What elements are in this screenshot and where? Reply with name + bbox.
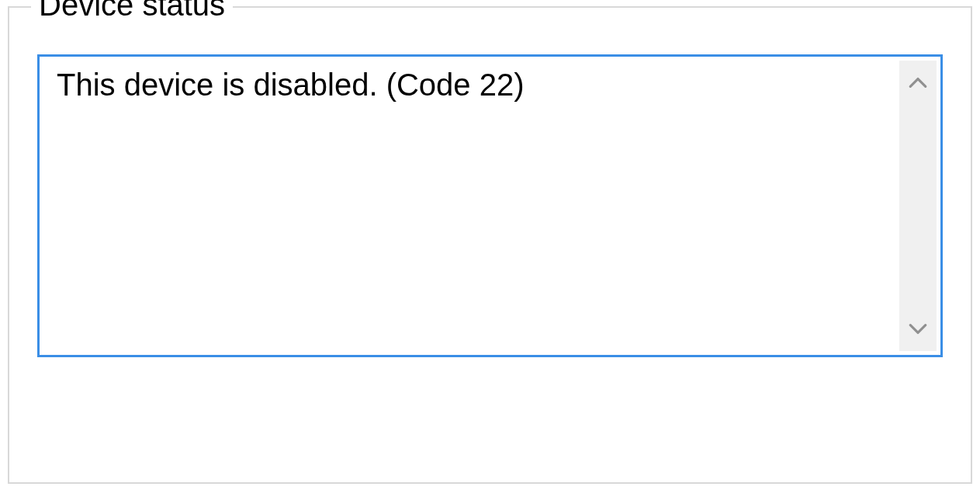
scroll-up-icon[interactable] — [908, 76, 928, 90]
device-status-message: This device is disabled. (Code 22) — [57, 68, 882, 103]
device-status-legend: Device status — [31, 0, 233, 23]
device-status-text-area: This device is disabled. (Code 22) — [40, 57, 899, 355]
device-status-group: Device status This device is disabled. (… — [8, 6, 972, 484]
scrollbar[interactable] — [899, 61, 937, 351]
scroll-down-icon[interactable] — [908, 321, 928, 335]
device-status-box[interactable]: This device is disabled. (Code 22) — [37, 54, 943, 357]
